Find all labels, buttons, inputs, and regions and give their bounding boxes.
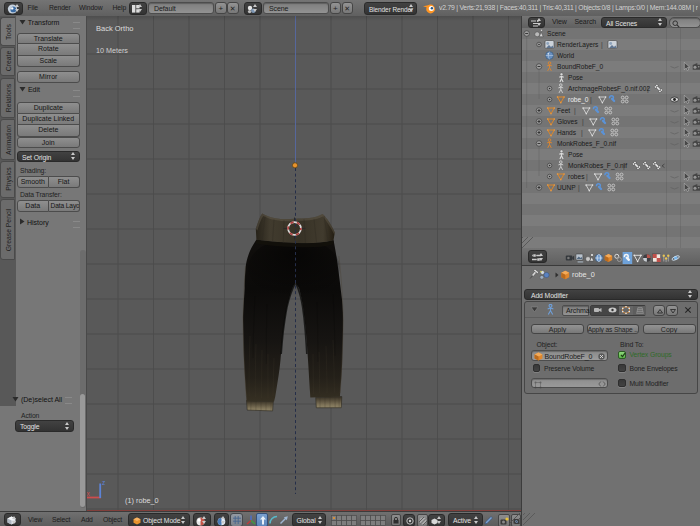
svg-text:|: | xyxy=(586,173,588,181)
svg-text:UUNP: UUNP xyxy=(557,184,576,191)
svg-text:RenderLayers: RenderLayers xyxy=(557,41,599,49)
svg-text:Gloves: Gloves xyxy=(557,118,578,125)
svg-text:ArchmageRobesF_0.nif.002: ArchmageRobesF_0.nif.002 xyxy=(568,85,650,93)
svg-text:|: | xyxy=(582,118,584,126)
svg-text:Scene: Scene xyxy=(547,30,566,37)
svg-text:World: World xyxy=(557,52,574,59)
svg-text:Hands: Hands xyxy=(557,129,577,136)
svg-text:BoundRobeF_0: BoundRobeF_0 xyxy=(557,63,604,71)
svg-text:Pose: Pose xyxy=(568,151,583,158)
svg-text:MonkRobes_F_0.nif: MonkRobes_F_0.nif xyxy=(557,140,616,148)
svg-text:|: | xyxy=(647,85,649,93)
svg-text:|: | xyxy=(578,184,580,192)
svg-text:|: | xyxy=(590,96,592,104)
svg-text:x: x xyxy=(87,490,91,497)
svg-text:|: | xyxy=(623,162,625,170)
svg-text:robe_0: robe_0 xyxy=(568,96,589,104)
svg-text:MonkRobes_F_0.nif: MonkRobes_F_0.nif xyxy=(568,162,627,170)
svg-text:robes: robes xyxy=(568,173,585,180)
svg-text:Pose: Pose xyxy=(568,74,583,81)
svg-text:|: | xyxy=(581,129,583,137)
svg-text:Feet: Feet xyxy=(557,107,570,114)
svg-text:|: | xyxy=(574,107,576,115)
svg-text:|: | xyxy=(601,41,603,49)
svg-text:z: z xyxy=(102,479,105,486)
